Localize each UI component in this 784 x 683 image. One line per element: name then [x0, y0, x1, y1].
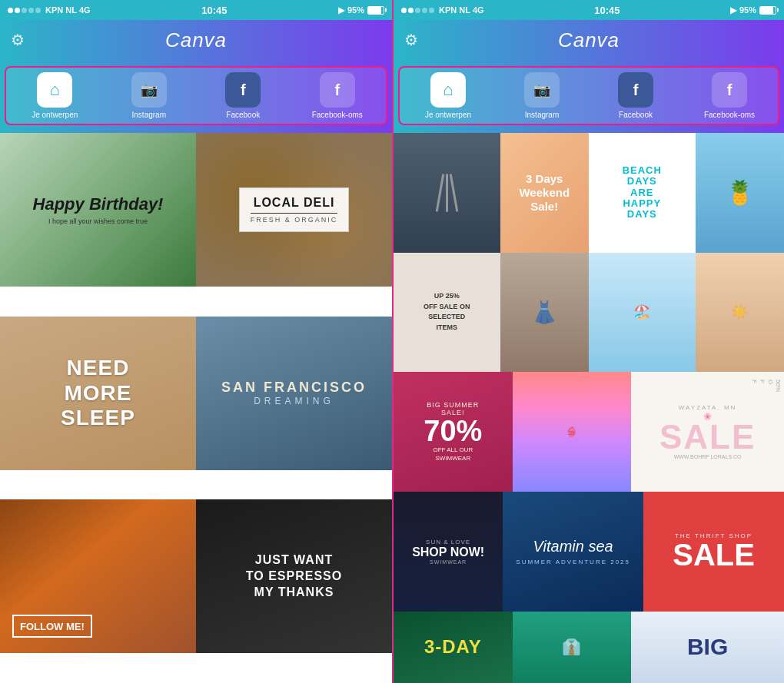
- tab-instagram-right[interactable]: 📷 Instagram: [497, 72, 587, 119]
- facebook-icon-left: f: [241, 81, 246, 99]
- pineapple-emoji: 🍍: [726, 179, 754, 206]
- network-left: 4G: [79, 5, 91, 15]
- tab-facebook-oms-right[interactable]: f Facebook-oms: [684, 72, 775, 119]
- tab-je-ontwerpen-left[interactable]: ⌂ Je ontwerpen: [9, 72, 101, 119]
- card-fashion-right[interactable]: 👗: [500, 253, 589, 373]
- gear-icon-left[interactable]: ⚙: [11, 31, 25, 49]
- grid-row-5-right: 3-DAY 👔 BIG: [394, 612, 784, 683]
- card-swimmer-right[interactable]: BIG SUMMER SALE! 70% OFF ALL OURSWIMWEAR: [394, 372, 513, 492]
- grid-row-4-right: SUN & LOVE SHOP NOW! SWIMWEAR Vitamin se…: [394, 492, 784, 612]
- deli-subtitle: FRESH & ORGANIC: [251, 216, 338, 224]
- tab-label-je-ontwerpen-right: Je ontwerpen: [425, 111, 471, 119]
- deli-title: LOCAL DELI: [251, 196, 338, 214]
- card-3days-right[interactable]: 3 DaysWeekendSale!: [500, 133, 589, 253]
- facebook-oms-icon-right: f: [727, 81, 733, 99]
- tab-label-facebook-oms-left: Facebook-oms: [312, 111, 363, 119]
- logo-right: Canva: [558, 28, 620, 52]
- tab-label-facebook-right: Facebook: [619, 111, 653, 119]
- card-local-deli[interactable]: LOCAL DELI FRESH & ORGANIC: [196, 133, 392, 287]
- time-left: 10:45: [91, 5, 338, 16]
- hangers2-icon: 👔: [562, 638, 581, 656]
- card-colorful-right[interactable]: 👙: [513, 372, 632, 492]
- thrift-text: THE THRIFT SHOP SALE: [673, 532, 755, 570]
- tab-facebook-oms-left[interactable]: f Facebook-oms: [292, 72, 384, 119]
- battery-icon-left: [367, 6, 384, 15]
- summer-sale-text: BIG SUMMER SALE! 70% OFF ALL OURSWIMWEAR: [424, 401, 482, 463]
- grid-row-1-right: 3 DaysWeekendSale! BEACHDAYSAREHAPPYDAYS…: [394, 133, 784, 253]
- card-follow-me[interactable]: FOLLOW ME!: [0, 499, 196, 653]
- facebook-icon-right: f: [633, 81, 639, 99]
- card-birthday[interactable]: Happy Birthday! I hope all your wishes c…: [0, 133, 196, 287]
- floral-side-text: 50%OFF: [749, 380, 782, 392]
- card-vitamin-sea-right[interactable]: Vitamin sea SUMMER ADVENTURE 2025: [503, 492, 643, 612]
- sf-line2: DREAMING: [221, 396, 367, 406]
- grid-row-2-right: UP 25%OFF SALE ONSELECTEDITEMS 👗 🏖️ ☀️: [394, 253, 784, 373]
- phone-right: KPN NL 4G 10:45 ▶ 95% ⚙ Canva ⌂ Je ontwe…: [392, 0, 784, 683]
- sf-line1: SAN FRANCISCO: [221, 380, 367, 396]
- colorful-icon: 👙: [566, 426, 577, 437]
- card-tropical-right[interactable]: 3-DAY: [394, 612, 513, 683]
- follow-badge: FOLLOW ME!: [12, 615, 92, 638]
- card-san-francisco[interactable]: SAN FRANCISCO DREAMING: [196, 317, 392, 470]
- card-thrift-right[interactable]: THE THRIFT SHOP SALE: [643, 492, 784, 612]
- card-hangers-right[interactable]: [394, 133, 500, 253]
- content-grid-left: Happy Birthday! I hope all your wishes c…: [0, 133, 392, 683]
- card-beach-days-right[interactable]: BEACHDAYSAREHAPPYDAYS: [589, 133, 696, 253]
- card-hangers2-right[interactable]: 👔: [513, 612, 632, 683]
- card-sunbather-right[interactable]: ☀️: [696, 253, 784, 373]
- birthday-title: Happy Birthday!: [33, 194, 164, 214]
- birthday-subtitle: I hope all your wishes come true: [33, 217, 164, 225]
- battery-pct-right: 95%: [739, 5, 756, 15]
- shopnow-text: SUN & LOVE SHOP NOW! SWIMWEAR: [412, 539, 484, 565]
- battery-pct-left: 95%: [347, 5, 364, 15]
- card-big-right[interactable]: BIG: [631, 612, 784, 683]
- home-icon-right: ⌂: [443, 80, 453, 100]
- vitamin-sea-text: Vitamin sea SUMMER ADVENTURE 2025: [516, 538, 630, 565]
- home-icon-left: ⌂: [50, 80, 60, 100]
- beach-days-text: BEACHDAYSAREHAPPYDAYS: [623, 165, 662, 220]
- header-right: ⚙ Canva: [394, 20, 784, 60]
- tab-facebook-right[interactable]: f Facebook: [590, 72, 681, 119]
- floral-sale-text: WAYZATA, MN 🌸 SALE WWW.BOHRF LORALS.CO: [659, 404, 756, 459]
- tab-instagram-left[interactable]: 📷 Instagram: [104, 72, 195, 119]
- tab-label-je-ontwerpen-left: Je ontwerpen: [32, 111, 78, 119]
- carrier-right: KPN NL: [439, 5, 470, 15]
- status-bar-left: KPN NL 4G 10:45 ▶ 95%: [0, 0, 392, 20]
- nav-tabs-left: ⌂ Je ontwerpen 📷 Instagram f Facebook f: [0, 60, 392, 133]
- carrier-left: KPN NL: [45, 5, 77, 15]
- gear-icon-right[interactable]: ⚙: [404, 31, 418, 49]
- tab-je-ontwerpen-right[interactable]: ⌂ Je ontwerpen: [403, 72, 493, 119]
- card-need-sleep[interactable]: NEEDMORESLEEP: [0, 317, 196, 470]
- card-chairs-right[interactable]: 🏖️: [589, 253, 696, 373]
- status-bar-right: KPN NL 4G 10:45 ▶ 95%: [394, 0, 784, 20]
- facebook-oms-icon-left: f: [334, 81, 340, 99]
- chairs-icon: 🏖️: [633, 303, 650, 320]
- content-grid-right: 3 DaysWeekendSale! BEACHDAYSAREHAPPYDAYS…: [394, 133, 784, 683]
- instagram-icon-left: 📷: [141, 81, 158, 98]
- battery-icon-right: [759, 6, 776, 15]
- card-shopnow-right[interactable]: SUN & LOVE SHOP NOW! SWIMWEAR: [394, 492, 503, 612]
- tab-label-instagram-left: Instagram: [132, 111, 166, 119]
- phone-left: KPN NL 4G 10:45 ▶ 95% ⚙ Canva ⌂ Je ontwe…: [0, 0, 392, 683]
- tropical-text: 3-DAY: [424, 636, 482, 658]
- sunbather-icon: ☀️: [731, 303, 748, 320]
- tab-label-instagram-right: Instagram: [525, 111, 559, 119]
- signal-right: KPN NL 4G: [401, 5, 484, 15]
- tab-label-facebook-oms-right: Facebook-oms: [704, 111, 755, 119]
- tab-facebook-left[interactable]: f Facebook: [198, 72, 289, 119]
- fashion-icon: 👗: [531, 300, 558, 325]
- card-espresso[interactable]: JUST WANT TO ESPRESSO MY THANKS: [196, 499, 392, 653]
- location-icon-left: ▶: [338, 5, 344, 15]
- big-text: BIG: [687, 634, 728, 660]
- card-floral-right[interactable]: WAYZATA, MN 🌸 SALE WWW.BOHRF LORALS.CO 5…: [631, 372, 784, 492]
- nav-tabs-right: ⌂ Je ontwerpen 📷 Instagram f Facebook f: [394, 60, 784, 133]
- network-right: 4G: [473, 5, 484, 15]
- grid-row-3-right: BIG SUMMER SALE! 70% OFF ALL OURSWIMWEAR…: [394, 372, 784, 492]
- header-left: ⚙ Canva: [0, 20, 392, 60]
- card-sale25-right[interactable]: UP 25%OFF SALE ONSELECTEDITEMS: [394, 253, 500, 373]
- time-right: 10:45: [484, 5, 730, 16]
- card-pineapple-right[interactable]: 🍍: [696, 133, 784, 253]
- espresso-text: JUST WANT TO ESPRESSO MY THANKS: [238, 545, 350, 608]
- sale25-text: UP 25%OFF SALE ONSELECTEDITEMS: [420, 288, 473, 336]
- tab-label-facebook-left: Facebook: [226, 111, 260, 119]
